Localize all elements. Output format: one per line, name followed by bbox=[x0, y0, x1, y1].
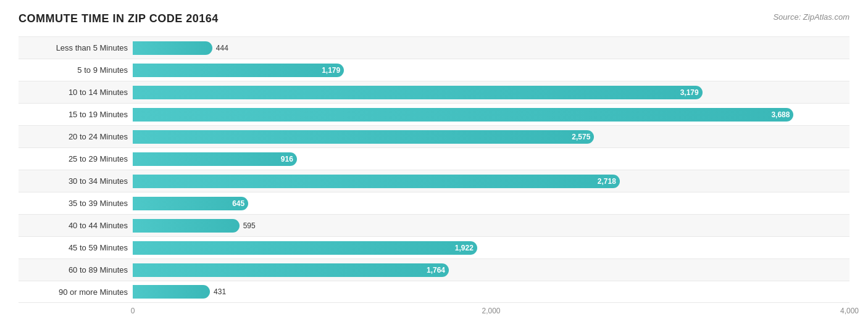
bar bbox=[133, 219, 240, 233]
bar: 1,179 bbox=[133, 64, 344, 77]
x-tick: 4,000 bbox=[840, 307, 859, 315]
bar-container: 1,764 bbox=[133, 263, 849, 277]
bar-value: 595 bbox=[243, 221, 256, 230]
bar-value: 1,764 bbox=[427, 266, 445, 275]
bar-label: 30 to 34 Minutes bbox=[19, 176, 133, 186]
bar-container: 444 bbox=[133, 41, 849, 55]
bar bbox=[133, 285, 210, 299]
x-tick: 0 bbox=[131, 307, 135, 315]
bar-value: 2,575 bbox=[572, 133, 590, 141]
source-label: Source: ZipAtlas.com bbox=[773, 12, 849, 22]
bar-row: 25 to 29 Minutes916 bbox=[19, 147, 849, 170]
bar-row: 35 to 39 Minutes645 bbox=[19, 192, 849, 214]
bar-value: 916 bbox=[281, 155, 293, 163]
bar: 1,764 bbox=[133, 263, 449, 277]
bar-label: Less than 5 Minutes bbox=[19, 43, 133, 52]
bar: 1,922 bbox=[133, 241, 477, 255]
chart-area: Less than 5 Minutes4445 to 9 Minutes1,17… bbox=[19, 36, 849, 303]
bar-row: 5 to 9 Minutes1,179 bbox=[19, 59, 849, 81]
chart-title: COMMUTE TIME IN ZIP CODE 20164 bbox=[19, 12, 219, 25]
bar bbox=[133, 41, 212, 55]
bar-label: 35 to 39 Minutes bbox=[19, 199, 133, 208]
bar-container: 595 bbox=[133, 219, 849, 233]
bar: 2,718 bbox=[133, 175, 620, 188]
bar-label: 40 to 44 Minutes bbox=[19, 221, 133, 230]
bar-label: 20 to 24 Minutes bbox=[19, 132, 133, 141]
bar: 3,179 bbox=[133, 86, 703, 99]
bar-label: 90 or more Minutes bbox=[19, 287, 133, 297]
bar-container: 916 bbox=[133, 152, 849, 166]
bar-row: 40 to 44 Minutes595 bbox=[19, 214, 849, 236]
chart-header: COMMUTE TIME IN ZIP CODE 20164 Source: Z… bbox=[19, 12, 849, 25]
bar-container: 2,718 bbox=[133, 175, 849, 188]
x-axis: 02,0004,000 bbox=[133, 307, 849, 319]
bar: 916 bbox=[133, 152, 297, 166]
bar-value: 3,179 bbox=[680, 88, 699, 97]
bar-row: 20 to 24 Minutes2,575 bbox=[19, 125, 849, 147]
bar-label: 5 to 9 Minutes bbox=[19, 65, 133, 75]
bar-value: 2,718 bbox=[598, 177, 616, 186]
bar-value: 3,688 bbox=[771, 110, 790, 119]
bar-label: 60 to 89 Minutes bbox=[19, 265, 133, 275]
bar-row: 45 to 59 Minutes1,922 bbox=[19, 236, 849, 258]
bar-row: 90 or more Minutes431 bbox=[19, 281, 849, 303]
bar-row: 30 to 34 Minutes2,718 bbox=[19, 170, 849, 192]
bar-container: 3,688 bbox=[133, 108, 849, 122]
x-tick: 2,000 bbox=[482, 307, 500, 315]
bar: 3,688 bbox=[133, 108, 793, 122]
bar-value: 1,922 bbox=[455, 244, 474, 252]
bar-container: 3,179 bbox=[133, 86, 849, 99]
bar-container: 1,179 bbox=[133, 64, 849, 77]
bar-container: 1,922 bbox=[133, 241, 849, 255]
bar-label: 10 to 14 Minutes bbox=[19, 88, 133, 97]
bar-row: Less than 5 Minutes444 bbox=[19, 36, 849, 59]
bar-label: 25 to 29 Minutes bbox=[19, 154, 133, 163]
bar: 645 bbox=[133, 197, 248, 210]
bar: 2,575 bbox=[133, 130, 594, 144]
bar-row: 10 to 14 Minutes3,179 bbox=[19, 81, 849, 103]
bar-container: 431 bbox=[133, 285, 849, 299]
bar-row: 60 to 89 Minutes1,764 bbox=[19, 258, 849, 281]
bar-label: 45 to 59 Minutes bbox=[19, 243, 133, 252]
bar-container: 645 bbox=[133, 197, 849, 210]
bar-value: 1,179 bbox=[322, 66, 340, 75]
bar-row: 15 to 19 Minutes3,688 bbox=[19, 103, 849, 125]
bar-value: 431 bbox=[214, 287, 226, 296]
bar-label: 15 to 19 Minutes bbox=[19, 110, 133, 119]
bar-value: 444 bbox=[216, 44, 228, 52]
bar-value: 645 bbox=[232, 199, 244, 208]
bar-container: 2,575 bbox=[133, 130, 849, 144]
